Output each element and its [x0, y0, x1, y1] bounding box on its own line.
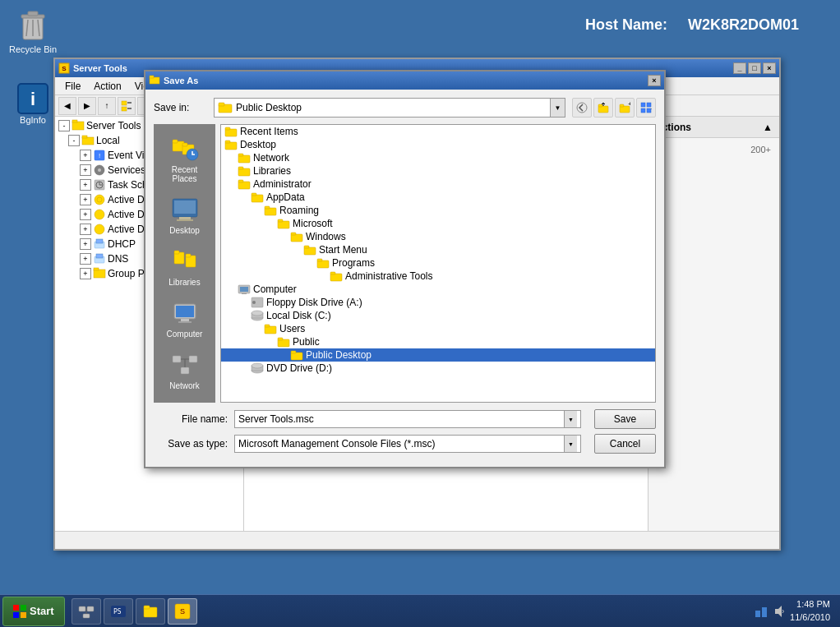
tree-services-expand[interactable]: +: [80, 164, 91, 176]
powershell-taskbar-item[interactable]: PS: [104, 598, 133, 625]
svg-point-104: [252, 311, 263, 316]
svg-rect-31: [96, 239, 103, 243]
minimize-button[interactable]: _: [733, 62, 746, 74]
network-taskbar-item[interactable]: [72, 598, 101, 625]
tree-public-node[interactable]: Public: [221, 335, 655, 348]
svg-rect-52: [173, 140, 178, 143]
maximize-button[interactable]: □: [748, 62, 761, 74]
save-in-value: Public Desktop: [236, 102, 550, 113]
computer-shortcut[interactable]: Computer: [157, 295, 213, 342]
actions-header: Actions ▲: [648, 117, 779, 138]
dialog-up-folder-button[interactable]: [593, 98, 613, 118]
tree-recent-items[interactable]: Recent Items: [221, 125, 655, 138]
start-button[interactable]: Start: [2, 597, 65, 626]
public-desktop-node-label: Public Desktop: [306, 349, 372, 361]
save-as-type-combo[interactable]: Microsoft Management Console Files (*.ms…: [234, 435, 581, 453]
cancel-button[interactable]: Cancel: [594, 434, 656, 454]
server-tools-app-icon: S: [58, 62, 70, 74]
start-menu-folder-icon: [303, 244, 316, 256]
tree-dvd-drive-node[interactable]: DVD Drive (D:): [221, 362, 655, 375]
tree-network-node[interactable]: Network: [221, 151, 655, 164]
tree-ad-users-expand[interactable]: +: [80, 224, 91, 235]
tree-admin-tools-node[interactable]: Administrative Tools: [221, 270, 655, 283]
svg-rect-74: [225, 127, 230, 130]
svg-rect-96: [330, 272, 335, 274]
tree-start-menu-node[interactable]: Start Menu: [221, 243, 655, 256]
tree-event-viewer-expand[interactable]: +: [80, 150, 91, 161]
event-viewer-icon: !: [93, 149, 106, 162]
file-name-dropdown-arrow[interactable]: ▼: [564, 411, 577, 427]
server-tools-taskbar-item[interactable]: S: [168, 598, 197, 625]
computer-label: Computer: [167, 330, 203, 339]
tree-roaming-node[interactable]: Roaming: [221, 204, 655, 217]
save-as-type-dropdown-arrow[interactable]: ▼: [564, 436, 577, 452]
dvd-drive-node-label: DVD Drive (D:): [266, 362, 332, 374]
desktop-shortcut[interactable]: Desktop: [157, 191, 213, 238]
tree-group-policy-expand[interactable]: +: [80, 268, 91, 279]
svg-rect-108: [278, 338, 283, 340]
tree-appdata-node[interactable]: AppData: [221, 191, 655, 204]
actions-collapse-icon[interactable]: ▲: [763, 122, 773, 133]
tree-public-desktop-node[interactable]: Public Desktop: [221, 348, 655, 362]
tree-libraries-node[interactable]: Libraries: [221, 164, 655, 177]
tree-ad-sites-expand[interactable]: +: [80, 209, 91, 220]
network-taskbar-icon: [78, 603, 95, 620]
svg-rect-65: [176, 306, 194, 317]
svg-rect-106: [265, 325, 270, 327]
recent-places-shortcut[interactable]: Recent Places: [157, 131, 213, 187]
tree-windows-node[interactable]: Windows: [221, 230, 655, 243]
dialog-new-folder-button[interactable]: +: [615, 98, 635, 118]
svg-text:i: i: [30, 89, 35, 109]
tree-floppy-node[interactable]: Floppy Disk Drive (A:): [221, 296, 655, 309]
save-button[interactable]: Save: [594, 409, 656, 429]
tree-programs-node[interactable]: Programs: [221, 256, 655, 270]
svg-rect-83: [252, 195, 263, 202]
svg-text:!: !: [99, 152, 100, 159]
dialog-views-button[interactable]: ▼: [636, 98, 656, 118]
tree-administrator-node[interactable]: Administrator: [221, 177, 655, 191]
tree-root-expand[interactable]: -: [58, 120, 70, 131]
libraries-shortcut[interactable]: Libraries: [157, 243, 213, 290]
back-button[interactable]: ◀: [58, 97, 76, 115]
task-scheduler-icon: [93, 178, 106, 191]
file-name-combo[interactable]: Server Tools.msc ▼: [234, 410, 581, 428]
forward-button[interactable]: ▶: [78, 97, 96, 115]
file-name-value: Server Tools.msc: [238, 413, 314, 425]
desktop-folder-icon: [224, 139, 238, 150]
libraries-node-label: Libraries: [253, 165, 291, 177]
explorer-taskbar-item[interactable]: [136, 598, 165, 625]
svg-rect-17: [82, 136, 87, 138]
save-in-dropdown-arrow[interactable]: ▼: [550, 99, 565, 117]
close-button[interactable]: ×: [763, 62, 776, 74]
tree-ad-domain-expand[interactable]: +: [80, 194, 91, 205]
recycle-bin-icon[interactable]: Recycle Bin: [8, 8, 58, 54]
dialog-close-button[interactable]: ×: [648, 75, 661, 86]
network-shortcut[interactable]: Network: [157, 347, 213, 394]
menu-action[interactable]: Action: [87, 79, 127, 94]
svg-rect-35: [94, 268, 99, 270]
up-button[interactable]: ↑: [98, 97, 116, 115]
svg-rect-42: [598, 104, 602, 107]
desktop-node-label: Desktop: [240, 139, 276, 150]
save-in-combo[interactable]: Public Desktop ▼: [214, 98, 565, 118]
bginfo-icon[interactable]: i BgInfo: [8, 82, 58, 125]
tree-task-scheduler-expand[interactable]: +: [80, 179, 91, 191]
show-scope-button[interactable]: [118, 97, 136, 115]
dialog-back-button[interactable]: [572, 98, 592, 118]
svg-rect-80: [238, 167, 243, 169]
tree-users-node[interactable]: Users: [221, 322, 655, 335]
tree-local-disk-node[interactable]: Local Disk (C:): [221, 309, 655, 322]
tree-desktop-node[interactable]: Desktop: [221, 138, 655, 151]
public-node-label: Public: [293, 336, 320, 348]
tree-dns-expand[interactable]: +: [80, 253, 91, 265]
menu-file[interactable]: File: [58, 79, 87, 94]
tree-microsoft-node[interactable]: Microsoft: [221, 217, 655, 230]
svg-rect-73: [225, 129, 237, 136]
tree-local-expand[interactable]: -: [68, 135, 80, 146]
svg-rect-91: [304, 247, 316, 255]
recent-places-icon: [170, 134, 200, 164]
tree-dhcp-expand[interactable]: +: [80, 238, 91, 250]
tree-computer-node[interactable]: Computer: [221, 283, 655, 296]
tree-local-label: Local: [96, 135, 120, 146]
svg-rect-99: [242, 293, 247, 294]
